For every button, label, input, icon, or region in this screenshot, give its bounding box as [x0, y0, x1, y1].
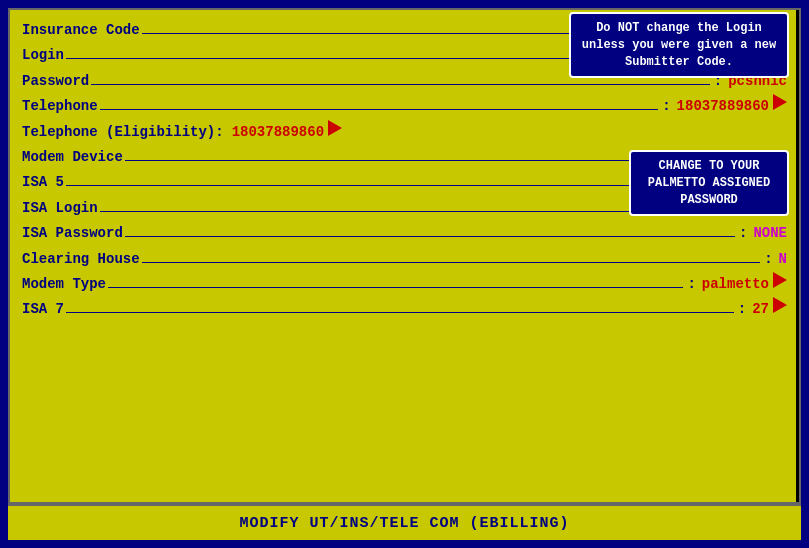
underline-clearing-house [142, 247, 761, 263]
colon-isa-password: : [739, 222, 747, 244]
field-modem-type: Modem Type : palmetto [22, 272, 787, 295]
arrow-telephone-eligibility [328, 120, 342, 136]
label-telephone-eligibility: Telephone (Eligibility): [22, 121, 224, 143]
underline-isa-password [125, 221, 735, 237]
colon-clearing-house: : [764, 248, 772, 270]
value-clearing-house: N [779, 248, 787, 270]
field-telephone: Telephone : 18037889860 [22, 94, 787, 117]
label-telephone: Telephone [22, 95, 98, 117]
colon-modem-type: : [687, 273, 695, 295]
label-isa5: ISA 5 [22, 171, 64, 193]
status-bar: MODIFY UT/INS/TELE COM (EBILLING) [8, 504, 801, 540]
label-isa7: ISA 7 [22, 298, 64, 320]
label-insurance-code: Insurance Code [22, 19, 140, 41]
label-login: Login [22, 44, 64, 66]
value-modem-type: palmetto [702, 273, 769, 295]
field-isa-password: ISA Password : NONE [22, 221, 787, 244]
label-modem-type: Modem Type [22, 273, 106, 295]
underline-modem-device [125, 145, 693, 161]
value-isa-password: NONE [753, 222, 787, 244]
label-clearing-house: Clearing House [22, 248, 140, 270]
field-isa7: ISA 7 : 27 [22, 297, 787, 320]
arrow-modem-type [773, 272, 787, 288]
arrow-telephone [773, 94, 787, 110]
field-clearing-house: Clearing House : N [22, 247, 787, 270]
underline-telephone [100, 94, 659, 110]
label-isa-password: ISA Password [22, 222, 123, 244]
status-text: MODIFY UT/INS/TELE COM (EBILLING) [239, 515, 569, 532]
field-telephone-eligibility: Telephone (Eligibility): 18037889860 [22, 120, 787, 143]
value-telephone: 18037889860 [677, 95, 769, 117]
content-area: Do NOT change the Login unless you were … [8, 8, 801, 504]
vertical-line [796, 10, 799, 502]
underline-isa7 [66, 297, 734, 313]
label-password: Password [22, 70, 89, 92]
value-isa7: 27 [752, 298, 769, 320]
arrow-isa7 [773, 297, 787, 313]
colon-telephone: : [662, 95, 670, 117]
label-modem-device: Modem Device [22, 146, 123, 168]
value-telephone-eligibility: 18037889860 [232, 121, 324, 143]
main-container: Do NOT change the Login unless you were … [0, 0, 809, 548]
callout-top: Do NOT change the Login unless you were … [569, 12, 789, 78]
underline-modem-type [108, 272, 683, 288]
callout-password: CHANGE TO YOUR PALMETTO ASSIGNED PASSWOR… [629, 150, 789, 216]
colon-isa7: : [738, 298, 746, 320]
label-isa-login: ISA Login [22, 197, 98, 219]
